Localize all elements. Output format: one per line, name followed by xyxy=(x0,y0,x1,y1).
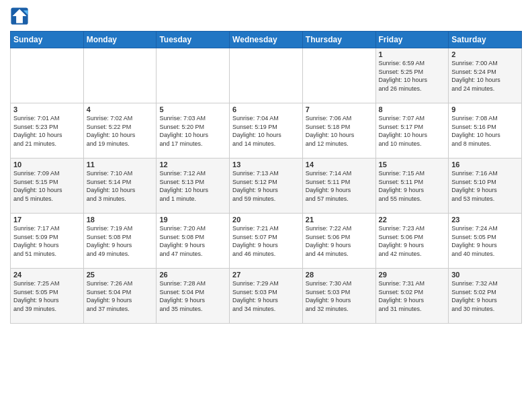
day-number: 3 xyxy=(13,105,81,113)
calendar-cell xyxy=(157,48,230,103)
day-number: 12 xyxy=(159,161,226,169)
day-info: Sunrise: 7:23 AM Sunset: 5:06 PM Dayligh… xyxy=(379,224,446,258)
calendar-cell xyxy=(302,48,375,103)
day-info: Sunrise: 7:10 AM Sunset: 5:14 PM Dayligh… xyxy=(87,169,154,203)
day-number: 28 xyxy=(306,271,373,279)
day-info: Sunrise: 7:02 AM Sunset: 5:22 PM Dayligh… xyxy=(87,114,154,148)
calendar-cell xyxy=(11,48,84,103)
calendar-cell: 2Sunrise: 7:00 AM Sunset: 5:24 PM Daylig… xyxy=(449,48,522,103)
calendar-cell: 18Sunrise: 7:19 AM Sunset: 5:08 PM Dayli… xyxy=(83,214,157,269)
calendar-week-3: 10Sunrise: 7:09 AM Sunset: 5:15 PM Dayli… xyxy=(11,158,522,214)
day-number: 17 xyxy=(13,216,81,224)
calendar-cell xyxy=(230,48,303,103)
day-number: 4 xyxy=(87,105,154,113)
calendar-week-4: 17Sunrise: 7:17 AM Sunset: 5:09 PM Dayli… xyxy=(11,214,522,269)
day-info: Sunrise: 7:09 AM Sunset: 5:15 PM Dayligh… xyxy=(13,169,81,203)
day-number: 14 xyxy=(306,161,373,169)
day-number: 27 xyxy=(232,271,300,279)
day-info: Sunrise: 7:22 AM Sunset: 5:06 PM Dayligh… xyxy=(306,224,373,258)
day-info: Sunrise: 7:26 AM Sunset: 5:04 PM Dayligh… xyxy=(87,279,154,313)
day-number: 7 xyxy=(306,105,373,113)
day-number: 20 xyxy=(232,216,300,224)
weekday-header-thursday: Thursday xyxy=(302,32,375,48)
calendar-cell: 7Sunrise: 7:06 AM Sunset: 5:18 PM Daylig… xyxy=(302,103,375,158)
calendar-cell: 19Sunrise: 7:20 AM Sunset: 5:08 PM Dayli… xyxy=(157,214,230,269)
calendar-cell: 10Sunrise: 7:09 AM Sunset: 5:15 PM Dayli… xyxy=(11,158,84,214)
weekday-header-friday: Friday xyxy=(375,32,449,48)
calendar-cell: 17Sunrise: 7:17 AM Sunset: 5:09 PM Dayli… xyxy=(11,214,84,269)
day-info: Sunrise: 7:00 AM Sunset: 5:24 PM Dayligh… xyxy=(451,59,519,93)
day-number: 15 xyxy=(379,161,446,169)
calendar-cell: 30Sunrise: 7:32 AM Sunset: 5:02 PM Dayli… xyxy=(449,269,522,324)
day-number: 6 xyxy=(232,105,300,113)
day-info: Sunrise: 7:13 AM Sunset: 5:12 PM Dayligh… xyxy=(232,169,300,203)
calendar-cell: 15Sunrise: 7:15 AM Sunset: 5:11 PM Dayli… xyxy=(375,158,449,214)
calendar-cell: 16Sunrise: 7:16 AM Sunset: 5:10 PM Dayli… xyxy=(449,158,522,214)
calendar-cell: 9Sunrise: 7:08 AM Sunset: 5:16 PM Daylig… xyxy=(449,103,522,158)
calendar-week-2: 3Sunrise: 7:01 AM Sunset: 5:23 PM Daylig… xyxy=(11,103,522,158)
day-number: 5 xyxy=(159,105,226,113)
day-info: Sunrise: 7:30 AM Sunset: 5:03 PM Dayligh… xyxy=(306,279,373,313)
calendar-cell: 8Sunrise: 7:07 AM Sunset: 5:17 PM Daylig… xyxy=(375,103,449,158)
day-info: Sunrise: 7:08 AM Sunset: 5:16 PM Dayligh… xyxy=(451,114,519,148)
calendar-cell: 12Sunrise: 7:12 AM Sunset: 5:13 PM Dayli… xyxy=(157,158,230,214)
day-info: Sunrise: 7:20 AM Sunset: 5:08 PM Dayligh… xyxy=(159,224,226,258)
calendar-week-5: 24Sunrise: 7:25 AM Sunset: 5:05 PM Dayli… xyxy=(11,269,522,324)
calendar-cell: 23Sunrise: 7:24 AM Sunset: 5:05 PM Dayli… xyxy=(449,214,522,269)
day-number: 18 xyxy=(87,216,154,224)
calendar-table: SundayMondayTuesdayWednesdayThursdayFrid… xyxy=(10,31,522,324)
day-info: Sunrise: 7:19 AM Sunset: 5:08 PM Dayligh… xyxy=(87,224,154,258)
calendar-cell: 1Sunrise: 6:59 AM Sunset: 5:25 PM Daylig… xyxy=(375,48,449,103)
day-info: Sunrise: 7:16 AM Sunset: 5:10 PM Dayligh… xyxy=(451,169,519,203)
day-info: Sunrise: 6:59 AM Sunset: 5:25 PM Dayligh… xyxy=(379,59,446,93)
calendar-cell xyxy=(83,48,157,103)
main-container: SundayMondayTuesdayWednesdayThursdayFrid… xyxy=(0,0,532,327)
day-info: Sunrise: 7:28 AM Sunset: 5:04 PM Dayligh… xyxy=(159,279,226,313)
weekday-header-row: SundayMondayTuesdayWednesdayThursdayFrid… xyxy=(11,32,522,48)
day-number: 8 xyxy=(379,105,446,113)
weekday-header-wednesday: Wednesday xyxy=(230,32,303,48)
day-number: 16 xyxy=(451,161,519,169)
day-info: Sunrise: 7:32 AM Sunset: 5:02 PM Dayligh… xyxy=(451,279,519,313)
day-number: 23 xyxy=(451,216,519,224)
logo-icon xyxy=(10,7,29,26)
weekday-header-monday: Monday xyxy=(83,32,157,48)
day-number: 19 xyxy=(159,216,226,224)
calendar-cell: 20Sunrise: 7:21 AM Sunset: 5:07 PM Dayli… xyxy=(230,214,303,269)
day-number: 13 xyxy=(232,161,300,169)
day-info: Sunrise: 7:29 AM Sunset: 5:03 PM Dayligh… xyxy=(232,279,300,313)
day-info: Sunrise: 7:12 AM Sunset: 5:13 PM Dayligh… xyxy=(159,169,226,203)
calendar-cell: 13Sunrise: 7:13 AM Sunset: 5:12 PM Dayli… xyxy=(230,158,303,214)
day-info: Sunrise: 7:24 AM Sunset: 5:05 PM Dayligh… xyxy=(451,224,519,258)
day-number: 21 xyxy=(306,216,373,224)
day-info: Sunrise: 7:15 AM Sunset: 5:11 PM Dayligh… xyxy=(379,169,446,203)
calendar-cell: 28Sunrise: 7:30 AM Sunset: 5:03 PM Dayli… xyxy=(302,269,375,324)
day-number: 1 xyxy=(379,50,446,58)
day-number: 2 xyxy=(451,50,519,58)
day-info: Sunrise: 7:07 AM Sunset: 5:17 PM Dayligh… xyxy=(379,114,446,148)
calendar-cell: 29Sunrise: 7:31 AM Sunset: 5:02 PM Dayli… xyxy=(375,269,449,324)
calendar-cell: 22Sunrise: 7:23 AM Sunset: 5:06 PM Dayli… xyxy=(375,214,449,269)
weekday-header-tuesday: Tuesday xyxy=(157,32,230,48)
day-number: 30 xyxy=(451,271,519,279)
calendar-cell: 14Sunrise: 7:14 AM Sunset: 5:11 PM Dayli… xyxy=(302,158,375,214)
day-info: Sunrise: 7:03 AM Sunset: 5:20 PM Dayligh… xyxy=(159,114,226,148)
calendar-cell: 27Sunrise: 7:29 AM Sunset: 5:03 PM Dayli… xyxy=(230,269,303,324)
day-info: Sunrise: 7:01 AM Sunset: 5:23 PM Dayligh… xyxy=(13,114,81,148)
calendar-cell: 25Sunrise: 7:26 AM Sunset: 5:04 PM Dayli… xyxy=(83,269,157,324)
day-info: Sunrise: 7:14 AM Sunset: 5:11 PM Dayligh… xyxy=(306,169,373,203)
day-number: 10 xyxy=(13,161,81,169)
day-info: Sunrise: 7:17 AM Sunset: 5:09 PM Dayligh… xyxy=(13,224,81,258)
day-info: Sunrise: 7:25 AM Sunset: 5:05 PM Dayligh… xyxy=(13,279,81,313)
header xyxy=(10,7,522,26)
weekday-header-saturday: Saturday xyxy=(449,32,522,48)
weekday-header-sunday: Sunday xyxy=(11,32,84,48)
calendar-cell: 5Sunrise: 7:03 AM Sunset: 5:20 PM Daylig… xyxy=(157,103,230,158)
calendar-cell: 4Sunrise: 7:02 AM Sunset: 5:22 PM Daylig… xyxy=(83,103,157,158)
calendar-cell: 21Sunrise: 7:22 AM Sunset: 5:06 PM Dayli… xyxy=(302,214,375,269)
day-number: 22 xyxy=(379,216,446,224)
day-info: Sunrise: 7:31 AM Sunset: 5:02 PM Dayligh… xyxy=(379,279,446,313)
calendar-cell: 11Sunrise: 7:10 AM Sunset: 5:14 PM Dayli… xyxy=(83,158,157,214)
calendar-cell: 6Sunrise: 7:04 AM Sunset: 5:19 PM Daylig… xyxy=(230,103,303,158)
day-info: Sunrise: 7:21 AM Sunset: 5:07 PM Dayligh… xyxy=(232,224,300,258)
